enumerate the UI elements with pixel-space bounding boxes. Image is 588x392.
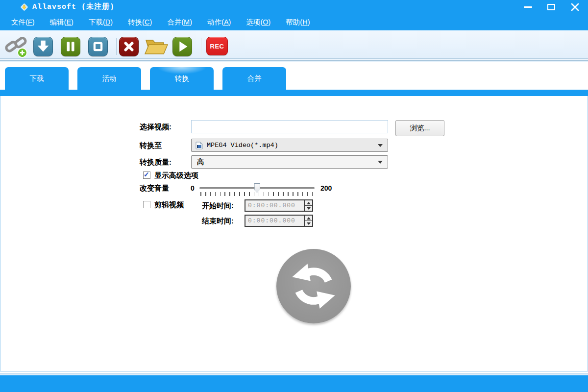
spin-up-icon xyxy=(307,202,311,204)
spin-down-button[interactable] xyxy=(305,206,312,211)
add-link-button[interactable] xyxy=(5,35,28,58)
volume-slider-ticks xyxy=(200,192,315,196)
close-button[interactable] xyxy=(568,1,581,13)
spin-up-button[interactable] xyxy=(305,216,312,221)
status-bar xyxy=(0,375,588,392)
clip-video-label: 剪辑视频 xyxy=(154,200,184,210)
spin-down-icon xyxy=(307,207,311,210)
play-button[interactable] xyxy=(172,37,192,56)
app-logo-icon xyxy=(20,2,29,12)
menu-help[interactable]: 帮助(H) xyxy=(280,16,315,29)
play-icon xyxy=(173,37,192,56)
select-video-label: 选择视频: xyxy=(140,122,172,132)
end-time-spinner[interactable]: 0:00:00.000 xyxy=(245,215,313,227)
convert-arrows-icon xyxy=(288,261,339,312)
chevron-down-icon xyxy=(378,144,383,147)
menu-edit[interactable]: 编辑(E) xyxy=(45,16,79,29)
quality-label: 转换质量: xyxy=(140,158,172,167)
video-path-input[interactable] xyxy=(191,120,388,133)
quality-dropdown[interactable]: 高 xyxy=(191,155,388,169)
volume-min-label: 0 xyxy=(191,184,195,192)
download-icon xyxy=(34,37,52,56)
menu-download[interactable]: 下载(D) xyxy=(83,16,118,29)
menu-file[interactable]: 文件(F) xyxy=(6,16,40,29)
delete-icon xyxy=(120,37,138,56)
maximize-button[interactable] xyxy=(545,1,558,13)
start-time-spinner[interactable]: 0:00:00.000 xyxy=(245,199,313,212)
volume-label: 改变音量 xyxy=(140,184,169,193)
spinner-buttons xyxy=(304,216,312,226)
stop-button[interactable] xyxy=(88,37,108,56)
volume-slider-thumb[interactable] xyxy=(254,183,260,193)
start-time-value: 0:00:00.000 xyxy=(248,202,304,209)
minimize-icon xyxy=(524,6,532,8)
spinner-buttons xyxy=(304,200,312,211)
toolbar-bottom-edge xyxy=(0,58,588,62)
end-time-value: 0:00:00.000 xyxy=(248,217,304,224)
menu-merge[interactable]: 合并(M) xyxy=(162,16,197,29)
folder-icon xyxy=(144,37,169,56)
tab-merge[interactable]: 合并 xyxy=(222,67,286,90)
menu-action[interactable]: 动作(A) xyxy=(202,16,236,29)
toolbar: REC xyxy=(0,30,588,58)
spin-up-icon xyxy=(307,217,311,220)
format-dropdown[interactable]: MPEG4 Video(*.mp4) xyxy=(191,139,388,152)
tab-bar: 下载 活动 转换 合并 xyxy=(0,62,588,90)
advanced-options-label: 显示高级选项 xyxy=(154,171,198,180)
chevron-down-icon xyxy=(378,161,383,164)
minimize-button[interactable] xyxy=(521,1,534,13)
video-file-icon xyxy=(196,142,203,149)
spin-up-button[interactable] xyxy=(305,200,312,206)
menu-options[interactable]: 选项(O) xyxy=(241,16,276,29)
browse-button[interactable]: 浏览... xyxy=(395,120,444,136)
download-button[interactable] xyxy=(33,37,53,56)
close-icon xyxy=(571,3,579,11)
pause-button[interactable] xyxy=(61,37,80,56)
advanced-options-checkbox[interactable] xyxy=(143,172,150,179)
convert-to-label: 转换至 xyxy=(140,141,162,150)
tab-convert[interactable]: 转换 xyxy=(150,67,214,90)
volume-slider[interactable] xyxy=(199,187,315,189)
maximize-icon xyxy=(547,4,555,10)
tab-activity[interactable]: 活动 xyxy=(77,67,141,90)
toolbar-separator xyxy=(201,38,201,55)
start-time-label: 开始时间: xyxy=(202,201,234,211)
add-link-icon xyxy=(5,35,28,58)
spin-down-button[interactable] xyxy=(305,221,312,226)
title-bar: Allavsoft (未注册) xyxy=(0,0,588,14)
convert-watermark xyxy=(276,249,351,323)
convert-panel: 选择视频: 浏览... 转换至 MPEG4 Video(*.mp4) 转换质量:… xyxy=(0,96,588,371)
menu-bar: 文件(F) 编辑(E) 下载(D) 转换(C) 合并(M) 动作(A) 选项(O… xyxy=(0,14,588,30)
clip-video-checkbox[interactable] xyxy=(143,201,150,208)
volume-max-label: 200 xyxy=(320,184,332,192)
status-bar-edge xyxy=(0,371,588,375)
delete-button[interactable] xyxy=(119,37,139,56)
record-button[interactable]: REC xyxy=(206,37,228,55)
window-title: Allavsoft (未注册) xyxy=(32,2,115,11)
spin-down-icon xyxy=(307,222,311,225)
window-controls xyxy=(521,0,581,14)
pause-icon xyxy=(61,37,80,56)
quality-value: 高 xyxy=(197,157,204,167)
end-time-label: 结束时间: xyxy=(202,217,234,226)
stop-icon xyxy=(89,37,107,56)
toolbar-separator xyxy=(116,38,117,55)
record-label: REC xyxy=(210,43,224,50)
format-value: MPEG4 Video(*.mp4) xyxy=(207,142,278,149)
open-folder-button[interactable] xyxy=(144,37,169,56)
tab-strip xyxy=(0,90,588,96)
tab-download[interactable]: 下载 xyxy=(5,67,69,90)
menu-convert[interactable]: 转换(C) xyxy=(122,16,157,29)
